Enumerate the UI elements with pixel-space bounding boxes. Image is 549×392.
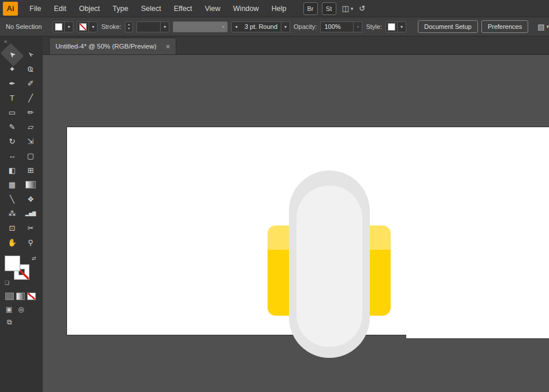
menu-item-effect[interactable]: Effect: [168, 0, 199, 17]
chevron-down-icon: ▾: [546, 24, 549, 29]
eyedropper-tool[interactable]: ╲: [3, 192, 21, 206]
fill-color-indicator[interactable]: [5, 256, 20, 271]
menu-item-help[interactable]: Help: [265, 0, 293, 17]
chevron-down-icon: ▾: [160, 22, 169, 32]
stroke-none-swatch: [79, 23, 87, 31]
menu-item-select[interactable]: Select: [135, 0, 168, 17]
chevron-down-icon: ▾: [88, 22, 97, 32]
opacity-label: Opacity:: [294, 23, 317, 30]
stroke-color-dropdown[interactable]: ▾: [77, 21, 98, 32]
style-dropdown[interactable]: ▾: [385, 21, 406, 32]
draw-behind-icon[interactable]: ◎: [18, 305, 24, 313]
pen-tool[interactable]: ✒: [3, 76, 21, 91]
opacity-dropdown[interactable]: 100% ›: [320, 21, 362, 32]
document-tab-bar: Untitled-4* @ 50% (RGB/Preview) ×: [43, 36, 549, 55]
style-swatch: [388, 23, 395, 31]
swap-fill-stroke-icon[interactable]: ⇄: [32, 256, 36, 261]
stepper-up-icon[interactable]: ▴: [128, 23, 129, 27]
align-panel-dropdown[interactable]: ▤ ▾: [537, 23, 549, 31]
panel-grid-icon: ▤: [537, 23, 544, 31]
opacity-value[interactable]: 100%: [321, 23, 353, 30]
type-tool[interactable]: T: [3, 91, 21, 105]
curvature-tool[interactable]: ✐: [21, 76, 40, 91]
scale-tool[interactable]: ⇲: [21, 134, 40, 149]
drawing-modes-row: ▣ ◎: [0, 300, 43, 313]
canvas-area[interactable]: [43, 55, 549, 392]
hand-tool[interactable]: ✋: [3, 235, 21, 250]
paintbrush-tool[interactable]: ✏: [21, 105, 40, 120]
fill-stroke-indicator: ⇄ ❏: [5, 256, 38, 288]
tools-panel: « ➤ ➣ ✦ Ҩ ✒ ✐ T ╱ ▭ ✏ ✎ ▱ ↻ ⇲ ↔ ▢ ◧ ⊞ ▦ …: [0, 36, 43, 392]
stroke-weight-dropdown[interactable]: ▾: [136, 21, 169, 32]
pencil-tool[interactable]: ✎: [3, 120, 21, 134]
perspective-grid-tool[interactable]: ⊞: [21, 163, 40, 177]
apply-none-button[interactable]: [27, 293, 36, 300]
fill-swatch: [55, 23, 62, 31]
stock-button[interactable]: St: [322, 2, 336, 15]
symbol-sprayer-tool[interactable]: ⁂: [3, 206, 21, 221]
chevron-down-icon: ▾: [351, 6, 354, 12]
document-setup-button[interactable]: Document Setup: [418, 20, 478, 33]
free-transform-tool[interactable]: ▢: [21, 149, 40, 163]
close-tab-icon[interactable]: ×: [166, 42, 170, 51]
stroke-weight-stepper[interactable]: ▴ ▾: [125, 21, 133, 32]
blend-tool[interactable]: ❖: [21, 192, 40, 206]
workspace-icon: ◫: [342, 4, 349, 13]
menu-item-type[interactable]: Type: [106, 0, 135, 17]
artboard-tool[interactable]: ⊡: [3, 221, 21, 235]
gradient-swatch-icon: [25, 181, 36, 188]
touch-workspace-icon[interactable]: ↺: [359, 4, 365, 13]
chevron-right-icon[interactable]: ›: [353, 22, 362, 32]
pill-outer-shape[interactable]: [289, 171, 370, 358]
selection-status: No Selection: [6, 23, 49, 30]
zoom-tool[interactable]: ⚲: [21, 235, 40, 250]
variable-width-dropdown: ▾: [173, 21, 228, 32]
style-label: Style:: [366, 23, 382, 30]
menu-item-edit[interactable]: Edit: [47, 0, 73, 17]
brush-definition-value: 3 pt. Round: [241, 23, 281, 30]
apply-gradient-button[interactable]: [16, 293, 25, 300]
chevron-down-icon: ▾: [64, 22, 73, 32]
menu-item-view[interactable]: View: [198, 0, 227, 17]
width-tool[interactable]: ↔: [3, 149, 21, 163]
apply-color-button[interactable]: [5, 293, 14, 300]
rectangle-tool[interactable]: ▭: [3, 105, 21, 120]
preferences-button[interactable]: Preferences: [481, 20, 528, 33]
eraser-tool[interactable]: ▱: [21, 120, 40, 134]
menu-item-object[interactable]: Object: [73, 0, 106, 17]
column-graph-tool[interactable]: ▂▅▇: [21, 206, 40, 221]
stroke-label: Stroke:: [101, 23, 121, 30]
color-mode-row: [0, 288, 43, 300]
draw-normal-icon[interactable]: ▣: [6, 305, 12, 313]
menu-bar: Ai File Edit Object Type Select Effect V…: [0, 0, 549, 17]
chevron-down-icon: ▾: [397, 22, 406, 32]
brush-definition-dropdown[interactable]: • 3 pt. Round ▾: [231, 21, 290, 32]
bridge-button[interactable]: Br: [303, 2, 318, 15]
chevron-down-icon: ▾: [219, 22, 227, 32]
workspace-switcher[interactable]: ◫ ▾: [342, 4, 354, 13]
brush-bullet-icon: •: [232, 23, 241, 30]
gradient-tool[interactable]: [21, 177, 40, 192]
shape-builder-tool[interactable]: ◧: [3, 163, 21, 177]
default-fill-stroke-icon[interactable]: ❏: [5, 280, 9, 286]
menu-item-file[interactable]: File: [23, 0, 47, 17]
pill-inner-shape: [296, 186, 362, 347]
document-tab[interactable]: Untitled-4* @ 50% (RGB/Preview) ×: [49, 38, 176, 54]
fill-color-dropdown[interactable]: ▾: [53, 21, 73, 32]
slice-tool[interactable]: ✂: [21, 221, 40, 235]
document-tab-title: Untitled-4* @ 50% (RGB/Preview): [55, 43, 157, 50]
menu-item-window[interactable]: Window: [227, 0, 265, 17]
artboard-edge-strip: [406, 334, 549, 338]
stepper-down-icon[interactable]: ▾: [128, 27, 129, 31]
screen-mode-icon[interactable]: ⧉: [0, 313, 43, 326]
rotate-tool[interactable]: ↻: [3, 134, 21, 149]
mesh-tool[interactable]: ▦: [3, 177, 21, 192]
line-segment-tool[interactable]: ╱: [21, 91, 40, 105]
chevron-down-icon: ▾: [281, 22, 290, 32]
app-logo: Ai: [3, 2, 18, 16]
tool-grid: ➤ ➣ ✦ Ҩ ✒ ✐ T ╱ ▭ ✏ ✎ ▱ ↻ ⇲ ↔ ▢ ◧ ⊞ ▦ ╲ …: [0, 46, 43, 250]
collapse-panel-icon[interactable]: «: [0, 36, 43, 46]
control-bar: No Selection ▾ ▾ Stroke: ▴ ▾ ▾ ▾ • 3 pt.…: [0, 17, 549, 36]
